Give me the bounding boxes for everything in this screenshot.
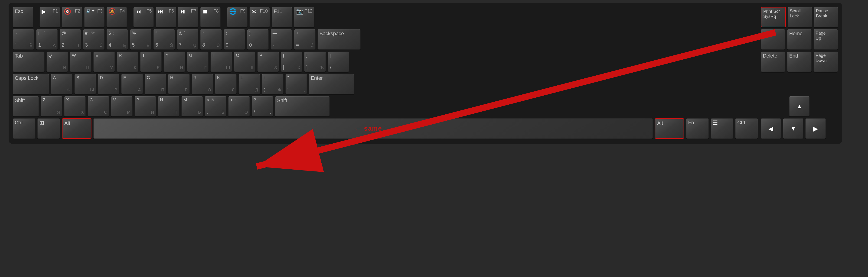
key-l[interactable]: L Д xyxy=(239,74,260,94)
key-w[interactable]: W Ц xyxy=(70,51,92,72)
key-minus[interactable]: — - xyxy=(271,29,292,50)
key-slash[interactable]: ? / . xyxy=(252,96,273,116)
key-shift-left[interactable]: Shift xyxy=(13,96,39,116)
key-enter[interactable]: Enter xyxy=(309,74,354,94)
key-f9[interactable]: F9 🌐 xyxy=(227,7,248,27)
key-equals[interactable]: + = Ž xyxy=(294,29,316,50)
key-f11[interactable]: F11 xyxy=(272,7,292,27)
qwerty-row: Tab Q Й W Ц E У R К xyxy=(13,51,758,72)
key-9[interactable]: ( 9 xyxy=(224,29,245,50)
key-f3[interactable]: F3 🔉+ xyxy=(84,7,105,27)
function-row: Esc F1 ▶ F2 🔇 F3 🔉+ F4 🔕 xyxy=(13,7,758,27)
key-arrow-right[interactable]: ▶ xyxy=(806,118,826,139)
key-f7[interactable]: F7 ⏯ xyxy=(178,7,198,27)
key-backtick[interactable]: ~ ` Ё xyxy=(13,29,34,50)
key-n[interactable]: N Т xyxy=(158,96,180,116)
key-f4[interactable]: F4 🔕 xyxy=(106,7,127,27)
key-lbracket[interactable]: { [ Х xyxy=(281,51,302,72)
key-8[interactable]: * 8 Ū xyxy=(200,29,222,50)
key-3[interactable]: # № 3 Č xyxy=(83,29,105,50)
nav-insert-row: Insert Home Page Up xyxy=(761,29,838,50)
key-f6[interactable]: F6 ⏭ xyxy=(156,7,176,27)
key-tab[interactable]: Tab xyxy=(13,51,44,72)
key-h[interactable]: H Р xyxy=(168,74,190,94)
key-period[interactable]: > . Ю · xyxy=(228,96,250,116)
key-esc[interactable]: Esc xyxy=(13,7,33,27)
key-f2[interactable]: F2 🔇 xyxy=(62,7,83,27)
zxcv-row: Shift Z Я X Х C С V М xyxy=(13,96,758,116)
key-f5[interactable]: F5 ⏮ xyxy=(133,7,154,27)
key-x[interactable]: X Х xyxy=(64,96,86,116)
nav-top-row: Print Scr SysRq Scroll Lock Pause Break xyxy=(761,7,838,27)
key-0[interactable]: ) 0 xyxy=(247,29,269,50)
key-r[interactable]: R К xyxy=(117,51,138,72)
key-2[interactable]: @ 2 Ч xyxy=(60,29,81,50)
key-insert[interactable]: Insert xyxy=(761,29,785,50)
key-f1[interactable]: F1 ▶ xyxy=(40,7,60,27)
key-f12[interactable]: F12 📷 xyxy=(294,7,314,27)
key-arrow-down[interactable]: ▼ xyxy=(783,118,804,139)
key-delete[interactable]: Delete xyxy=(761,51,785,72)
key-a[interactable]: A Ф xyxy=(51,74,73,94)
key-alt-right[interactable]: Alt xyxy=(655,118,684,139)
key-print-screen[interactable]: Print Scr SysRq xyxy=(761,7,786,27)
key-rbracket[interactable]: } ] Ъ xyxy=(304,51,326,72)
key-win[interactable]: ⊞ xyxy=(37,118,60,139)
key-f[interactable]: F А xyxy=(121,74,143,94)
number-row: ~ ` Ё ! " 1 А @ 2 Ч # № 3 xyxy=(13,29,758,50)
nav-cluster: Print Scr SysRq Scroll Lock Pause Break … xyxy=(761,7,838,139)
key-ctrl-left[interactable]: Ctrl xyxy=(13,118,35,139)
key-shift-right[interactable]: Shift xyxy=(275,96,330,116)
key-o[interactable]: O Щ xyxy=(234,51,256,72)
key-4[interactable]: $ ; 4 Ę xyxy=(106,29,128,50)
key-6[interactable]: ^ 6 Š xyxy=(154,29,175,50)
key-page-down[interactable]: Page Down xyxy=(814,51,838,72)
key-arrow-up[interactable]: ▲ xyxy=(789,96,810,116)
key-k[interactable]: K Л xyxy=(215,74,237,94)
key-d[interactable]: D В xyxy=(98,74,120,94)
key-v[interactable]: V М xyxy=(111,96,132,116)
key-5[interactable]: % 5 Ė xyxy=(130,29,152,50)
key-pause[interactable]: Pause Break xyxy=(814,7,838,27)
key-fn[interactable]: Fn xyxy=(686,118,709,139)
key-backspace[interactable]: Backspace xyxy=(317,29,361,50)
key-7[interactable]: & ? 7 Ų xyxy=(177,29,198,50)
key-menu[interactable]: ☰ xyxy=(711,118,734,139)
key-q[interactable]: Q Й xyxy=(46,51,68,72)
key-page-up[interactable]: Page Up xyxy=(814,29,838,50)
key-s[interactable]: S Ы xyxy=(74,74,96,94)
key-b[interactable]: B И xyxy=(134,96,156,116)
key-m[interactable]: M Ь , xyxy=(181,96,203,116)
key-quote[interactable]: " ' , xyxy=(285,74,307,94)
key-t[interactable]: T Е xyxy=(140,51,162,72)
key-g[interactable]: G П xyxy=(145,74,166,94)
key-u[interactable]: U Г xyxy=(187,51,209,72)
key-backslash[interactable]: | \ xyxy=(328,51,349,72)
key-space[interactable]: ← same → xyxy=(93,118,653,139)
key-e[interactable]: E У xyxy=(93,51,115,72)
key-1[interactable]: ! " 1 А xyxy=(36,29,58,50)
key-end[interactable]: End xyxy=(787,51,812,72)
key-arrow-left[interactable]: ◀ xyxy=(761,118,781,139)
key-f8[interactable]: F8 ⏹ xyxy=(200,7,221,27)
key-f10[interactable]: F10 ✉ xyxy=(249,7,270,27)
key-semicolon[interactable]: : ; Ж xyxy=(262,74,283,94)
key-p[interactable]: P З xyxy=(257,51,279,72)
key-ctrl-right[interactable]: Ctrl xyxy=(736,118,758,139)
key-comma[interactable]: < , Б Б xyxy=(205,96,226,116)
key-c[interactable]: C С xyxy=(88,96,109,116)
key-z[interactable]: Z Я xyxy=(41,96,62,116)
key-i[interactable]: I Ш xyxy=(211,51,232,72)
key-alt-left[interactable]: Alt xyxy=(62,118,92,139)
key-caps-lock[interactable]: Caps Lock xyxy=(13,74,49,94)
bottom-row: Ctrl ⊞ Alt ← same → Alt xyxy=(13,118,758,139)
key-scroll-lock[interactable]: Scroll Lock xyxy=(788,7,812,27)
asdf-row: Caps Lock A Ф S Ы D В F А xyxy=(13,74,758,94)
nav-delete-row: Delete End Page Down xyxy=(761,51,838,72)
key-y[interactable]: Y Н xyxy=(164,51,185,72)
arrow-keys: ▲ ◀ ▼ ▶ xyxy=(761,96,838,139)
key-home[interactable]: Home xyxy=(787,29,812,50)
key-j[interactable]: J О xyxy=(192,74,213,94)
